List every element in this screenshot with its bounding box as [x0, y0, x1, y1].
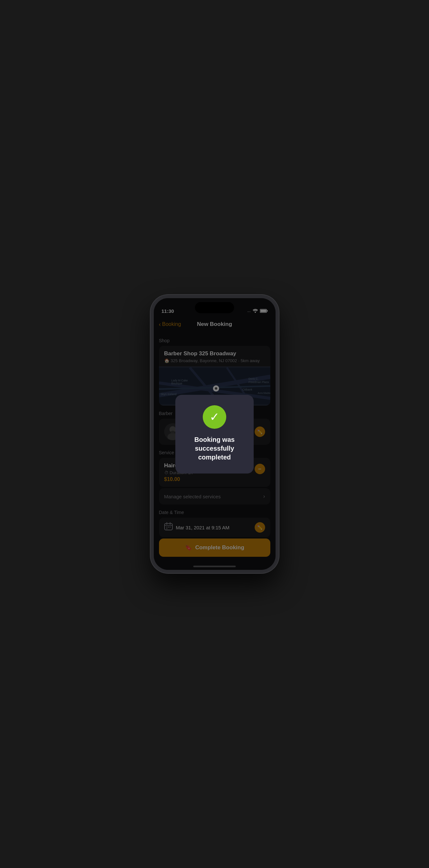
phone-content: 11:30 ···	[154, 298, 276, 570]
success-message: Booking was successfully completed	[184, 435, 245, 462]
checkmark-icon: ✓	[210, 411, 219, 423]
phone-frame: 11:30 ···	[151, 295, 279, 573]
success-modal: ✓ Booking was successfully completed	[175, 395, 254, 473]
success-check-circle: ✓	[203, 405, 226, 429]
success-overlay: ✓ Booking was successfully completed	[154, 298, 276, 570]
